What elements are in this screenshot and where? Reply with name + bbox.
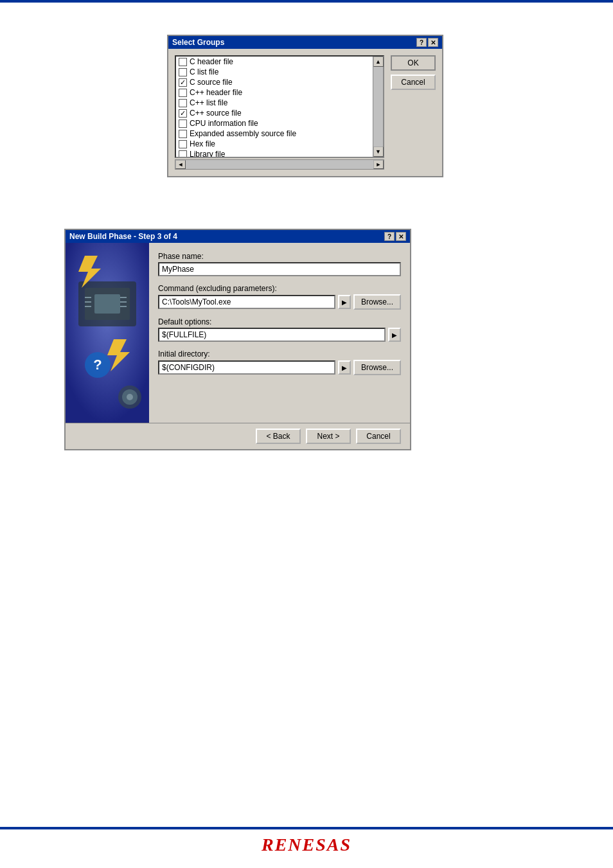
command-arrow-button[interactable]: ▶ — [338, 295, 351, 309]
list-item-label: Expanded assembly source file — [190, 129, 296, 138]
checkbox[interactable] — [179, 140, 187, 148]
list-item[interactable]: C++ list file — [176, 98, 373, 108]
checkbox[interactable] — [179, 99, 187, 107]
command-label: Command (excluding parameters): — [158, 284, 401, 293]
build-cancel-button[interactable]: Cancel — [356, 429, 401, 444]
checkbox[interactable] — [179, 89, 187, 97]
list-item[interactable]: ✓C source file — [176, 77, 373, 87]
scroll-left-arrow[interactable]: ◄ — [175, 160, 186, 169]
directory-arrow-button[interactable]: ▶ — [338, 360, 351, 375]
build-phase-image-panel: ? — [66, 243, 149, 423]
initial-directory-row: ▶ Browse... — [158, 360, 401, 375]
default-options-label: Default options: — [158, 317, 401, 326]
list-item[interactable]: Hex file — [176, 139, 373, 149]
phase-name-input[interactable] — [158, 262, 401, 276]
back-button[interactable]: < Back — [256, 429, 301, 444]
options-arrow-button[interactable]: ▶ — [388, 328, 401, 342]
next-button[interactable]: Next > — [306, 429, 351, 444]
horizontal-scrollbar[interactable]: ◄ ► — [175, 159, 384, 170]
build-phase-illustration: ? — [66, 243, 149, 423]
close-button[interactable]: ✕ — [428, 38, 438, 47]
phase-name-row — [158, 262, 401, 276]
renesas-logo-area: RENESAS — [0, 835, 613, 855]
bottom-border-line — [0, 827, 613, 829]
build-phase-titlebar: New Build Phase - Step 3 of 4 ? ✕ — [66, 230, 410, 243]
new-build-phase-dialog: New Build Phase - Step 3 of 4 ? ✕ — [64, 229, 411, 450]
initial-directory-label: Initial directory: — [158, 350, 401, 359]
browse-command-button[interactable]: Browse... — [353, 294, 401, 310]
list-item-label: C source file — [190, 78, 233, 87]
cancel-button[interactable]: Cancel — [391, 75, 436, 90]
vertical-scrollbar[interactable]: ▲ ▼ — [373, 57, 383, 157]
command-input[interactable] — [158, 295, 335, 309]
checkbox[interactable]: ✓ — [179, 109, 187, 118]
renesas-logo: RENESAS — [262, 835, 351, 855]
browse-directory-button[interactable]: Browse... — [353, 360, 401, 375]
checkbox[interactable]: ✓ — [179, 78, 187, 87]
select-groups-titlebar: Select Groups ? ✕ — [168, 36, 442, 49]
dialog-action-buttons: OK Cancel — [391, 55, 436, 170]
renesas-logo-text: RENESAS — [262, 835, 351, 855]
build-phase-titlebar-buttons: ? ✕ — [384, 232, 406, 241]
phase-name-label: Phase name: — [158, 252, 401, 261]
scroll-track[interactable] — [373, 67, 383, 146]
groups-listbox[interactable]: C header fileC list file✓C source fileC+… — [175, 55, 384, 158]
list-item-label: C list file — [190, 67, 218, 76]
list-item[interactable]: Expanded assembly source file — [176, 128, 373, 139]
list-item[interactable]: C header file — [176, 57, 373, 67]
build-phase-title: New Build Phase - Step 3 of 4 — [69, 232, 177, 241]
list-item[interactable]: ✓C++ source file — [176, 108, 373, 118]
hscroll-track[interactable] — [186, 160, 373, 169]
list-item[interactable]: C++ header file — [176, 87, 373, 98]
initial-directory-input[interactable] — [158, 360, 335, 375]
build-help-button[interactable]: ? — [384, 232, 395, 241]
list-item-label: Hex file — [190, 139, 215, 148]
checkbox[interactable] — [179, 150, 187, 157]
build-phase-footer: < Back Next > Cancel — [66, 423, 410, 449]
command-row: ▶ Browse... — [158, 294, 401, 310]
list-item-label: C++ header file — [190, 88, 242, 97]
list-item[interactable]: Library file — [176, 149, 373, 157]
checkbox[interactable] — [179, 120, 187, 128]
list-item-label: C++ list file — [190, 98, 227, 107]
list-item-label: C header file — [190, 57, 233, 66]
svg-rect-3 — [94, 294, 120, 314]
build-phase-body: ? Phase name: Command (excluding paramet… — [66, 243, 410, 423]
select-groups-dialog: Select Groups ? ✕ C header fileC list fi… — [167, 35, 443, 177]
list-item-label: Library file — [190, 150, 225, 157]
scroll-down-arrow[interactable]: ▼ — [373, 146, 384, 157]
groups-list: C header fileC list file✓C source fileC+… — [176, 57, 373, 157]
titlebar-buttons: ? ✕ — [416, 38, 438, 47]
ok-button[interactable]: OK — [391, 55, 436, 71]
select-groups-title: Select Groups — [172, 38, 224, 47]
svg-text:?: ? — [93, 357, 102, 373]
list-item-label: CPU information file — [190, 119, 258, 128]
scroll-right-arrow[interactable]: ► — [373, 160, 384, 169]
list-item[interactable]: C list file — [176, 67, 373, 77]
scroll-up-arrow[interactable]: ▲ — [373, 57, 384, 67]
checkbox[interactable] — [179, 68, 187, 76]
list-item[interactable]: CPU information file — [176, 118, 373, 128]
build-close-button[interactable]: ✕ — [396, 232, 406, 241]
checkbox[interactable] — [179, 130, 187, 138]
list-item-label: C++ source file — [190, 109, 242, 118]
help-button[interactable]: ? — [416, 38, 427, 47]
checkbox[interactable] — [179, 58, 187, 66]
default-options-row: ▶ — [158, 328, 401, 342]
svg-point-16 — [127, 394, 133, 400]
select-groups-body: C header fileC list file✓C source fileC+… — [168, 49, 442, 176]
build-phase-form: Phase name: Command (excluding parameter… — [149, 243, 410, 423]
default-options-input[interactable] — [158, 328, 386, 342]
